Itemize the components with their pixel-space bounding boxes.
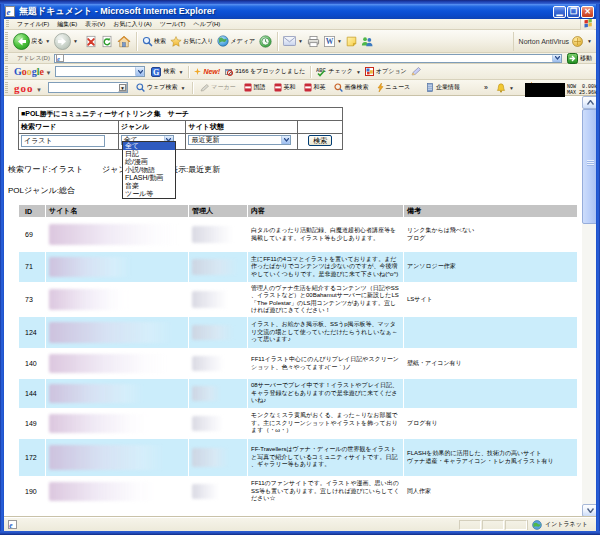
menu-favorites[interactable]: お気に入り(A) xyxy=(109,20,155,29)
toolbar-grip[interactable] xyxy=(5,32,8,50)
menubar-grip[interactable] xyxy=(6,20,9,28)
cell-admin-censored xyxy=(189,317,247,348)
genre-option[interactable]: 音楽 xyxy=(123,182,175,190)
cell-content: FF11のファンサイトです。イラストや漫画、思い出のSS等も置いてあります。宜し… xyxy=(248,477,403,506)
genre-option[interactable]: ツール等 xyxy=(123,190,175,198)
google-new-badge: New! xyxy=(192,68,222,76)
google-check-button[interactable]: ABC チェック ▼ xyxy=(314,67,363,77)
address-input[interactable]: e xyxy=(54,54,562,63)
search-button[interactable]: 検索 xyxy=(140,31,168,52)
google-toolbar-separator xyxy=(310,66,311,78)
genre-option[interactable]: 小説/物語 xyxy=(123,166,175,174)
state-select[interactable]: 最近更新 xyxy=(188,135,291,145)
goo-overflow-chevron[interactable]: » xyxy=(484,84,488,91)
google-search-dropdown-icon[interactable] xyxy=(135,67,144,76)
back-dropdown-icon[interactable]: ▼ xyxy=(45,38,50,44)
google-logo-caret-icon[interactable]: ▼ xyxy=(44,70,51,76)
menu-view[interactable]: 表示(V) xyxy=(81,20,109,29)
toolbar-separator xyxy=(136,32,137,51)
scrollbar-thumb[interactable] xyxy=(582,109,596,224)
addressbar-grip[interactable] xyxy=(5,54,8,62)
col-header-site: サイト名 xyxy=(46,205,188,217)
state-select-arrow-icon[interactable] xyxy=(281,136,290,144)
goo-marker-label: マーカー xyxy=(211,83,235,92)
genre-option[interactable]: 日記 xyxy=(123,150,175,158)
discuss-button[interactable] xyxy=(344,31,359,52)
goo-web-search-button[interactable]: ウェブ検索 ▼ xyxy=(132,83,189,92)
menu-edit[interactable]: 編集(E) xyxy=(53,20,81,29)
vertical-scrollbar[interactable] xyxy=(582,96,596,517)
go-button[interactable]: 移動 xyxy=(564,53,596,64)
goo-dict-kokugo[interactable]: 国語 xyxy=(240,83,270,92)
goo-logo-caret-icon[interactable]: ▼ xyxy=(34,87,43,93)
cell-id: 73 xyxy=(19,283,45,316)
google-check-caret-icon[interactable]: ▼ xyxy=(356,69,361,75)
menu-tools[interactable]: ツール(T) xyxy=(156,20,190,29)
goo-alert-caret-icon[interactable]: ▼ xyxy=(509,85,514,91)
goo-search-dropdown-icon[interactable]: ▼ xyxy=(118,83,127,92)
menu-file[interactable]: ファイル(F) xyxy=(13,20,53,29)
close-button[interactable]: ✕ xyxy=(581,6,594,18)
keyword-input[interactable]: イラスト xyxy=(21,135,105,147)
censored-site-name xyxy=(49,414,151,433)
form-search-button[interactable]: 検索 xyxy=(308,135,332,146)
goo-company-info[interactable]: 企業情報 xyxy=(422,83,464,92)
goo-dict-eiwa[interactable]: 英和 xyxy=(270,83,300,92)
goo-dict-eiwa-label: 英和 xyxy=(284,83,296,92)
google-popup-blocker[interactable]: 3166 をブロックしました xyxy=(222,67,307,76)
notes-icon xyxy=(346,36,357,47)
media-button[interactable]: メディア xyxy=(215,31,257,52)
back-button[interactable]: 戻る ▼ xyxy=(11,31,52,52)
goo-marker-button[interactable]: マーカー xyxy=(196,83,239,92)
google-highlight-button[interactable] xyxy=(409,67,423,76)
goo-news-label: ニュース xyxy=(386,83,410,92)
goo-dict-waei[interactable]: 和英 xyxy=(300,83,330,92)
forward-dropdown-icon[interactable]: ▼ xyxy=(73,38,78,44)
genre-dropdown-list[interactable]: 全て日記絵/漫画小説/物語FLASH/動画音楽ツール等 xyxy=(122,141,176,199)
goo-image-search[interactable]: 画像検索 xyxy=(330,83,373,92)
genre-option[interactable]: FLASH/動画 xyxy=(123,174,175,182)
favorites-star-icon xyxy=(170,36,182,47)
address-dropdown-icon[interactable] xyxy=(552,55,561,62)
goo-web-search-caret-icon[interactable]: ▼ xyxy=(180,85,185,91)
norton-dropdown-icon[interactable]: ▼ xyxy=(587,38,592,44)
title-bar[interactable]: e 無題ドキュメント - Microsoft Internet Explorer… xyxy=(4,4,596,19)
goo-alert-button[interactable]: ▼ xyxy=(492,83,518,93)
google-search-button[interactable]: G 検索 ▼ xyxy=(149,67,185,77)
mail-button[interactable]: ▼ xyxy=(281,31,305,52)
history-clock-icon xyxy=(259,35,272,48)
history-button[interactable] xyxy=(257,31,274,52)
scroll-down-button[interactable] xyxy=(582,504,596,517)
goo-toolbar-grip[interactable] xyxy=(5,82,8,94)
mail-dropdown-icon[interactable]: ▼ xyxy=(298,38,303,44)
home-button[interactable] xyxy=(115,31,133,52)
goo-dict-kokugo-label: 国語 xyxy=(254,83,266,92)
norton-antivirus-band[interactable]: Norton AntiVirus ▼ xyxy=(513,32,596,51)
cell-id: 172 xyxy=(19,439,45,476)
google-search-caret-icon[interactable]: ▼ xyxy=(178,69,183,75)
menu-help[interactable]: ヘルプ(H) xyxy=(190,20,225,29)
forward-button[interactable]: ▼ xyxy=(52,31,80,52)
bandwidth-graph xyxy=(525,83,565,97)
scroll-up-button[interactable] xyxy=(582,96,596,109)
refresh-button[interactable] xyxy=(99,31,115,52)
genre-option[interactable]: 絵/漫画 xyxy=(123,158,175,166)
goo-logo[interactable]: goo ▼ xyxy=(14,82,43,94)
genre-option[interactable]: 全て xyxy=(123,142,175,150)
cell-note xyxy=(404,317,577,348)
print-button[interactable] xyxy=(305,31,322,52)
google-logo[interactable]: Google ▼ xyxy=(14,66,51,77)
stop-button[interactable] xyxy=(83,31,99,52)
edit-button[interactable]: W ▼ xyxy=(322,31,344,52)
messenger-button[interactable] xyxy=(359,31,375,52)
edit-dropdown-icon[interactable]: ▼ xyxy=(337,38,342,44)
goo-news[interactable]: ニュース xyxy=(373,83,414,92)
google-toolbar-grip[interactable] xyxy=(5,66,8,78)
censored-admin-name xyxy=(192,259,238,274)
minimize-button[interactable]: ▁ xyxy=(553,6,566,18)
google-search-input[interactable] xyxy=(55,66,145,77)
goo-search-input[interactable]: ▼ xyxy=(48,82,128,93)
maximize-button[interactable]: ❐ xyxy=(567,6,580,18)
google-options-button[interactable]: オプション xyxy=(363,67,409,76)
favorites-button[interactable]: お気に入り xyxy=(168,31,215,52)
